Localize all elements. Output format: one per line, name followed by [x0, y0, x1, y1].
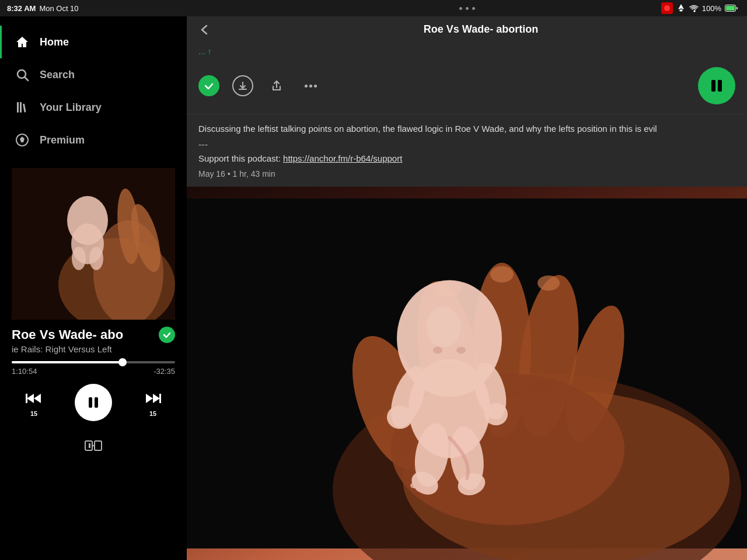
- search-icon: [14, 66, 30, 83]
- svg-rect-17: [26, 394, 27, 403]
- now-playing-subtitle-text: ie Rails: Right Versus Left: [12, 344, 175, 354]
- added-button[interactable]: [198, 75, 219, 96]
- svg-point-49: [484, 403, 508, 425]
- rewind-button[interactable]: 15: [19, 387, 49, 418]
- description-support: Support this podcast: https://anchor.fm/…: [198, 153, 735, 163]
- now-playing-title-text: Roe Vs Wade- abo: [12, 327, 123, 342]
- download-button[interactable]: [232, 75, 253, 96]
- svg-rect-25: [89, 443, 90, 448]
- airplane-icon: [676, 4, 686, 13]
- episode-title: Roe Vs Wade- abortion: [226, 23, 735, 36]
- svg-point-13: [72, 247, 86, 270]
- support-link[interactable]: https://anchor.fm/r-b64/support: [283, 153, 402, 163]
- svg-marker-20: [153, 394, 160, 403]
- now-playing-thumbnail[interactable]: [12, 168, 175, 320]
- svg-point-44: [456, 346, 466, 354]
- episode-image: [187, 187, 747, 561]
- episode-illustration: [187, 187, 747, 561]
- sidebar-item-premium[interactable]: Premium: [0, 124, 187, 156]
- forward-label: 15: [149, 410, 156, 417]
- svg-marker-15: [27, 394, 34, 403]
- svg-marker-16: [34, 394, 41, 403]
- progress-fill: [12, 361, 123, 363]
- svg-point-57: [426, 306, 461, 347]
- progress-container[interactable]: 1:10:54 -32:35: [0, 354, 187, 378]
- svg-point-14: [89, 247, 103, 270]
- dot-2: [466, 7, 469, 10]
- content-header: Roe Vs Wade- abortion: [187, 16, 747, 43]
- recording-indicator: [661, 2, 673, 14]
- library-icon: [14, 99, 30, 116]
- svg-point-43: [433, 346, 442, 354]
- top-dots: [459, 7, 475, 10]
- sidebar-item-library[interactable]: Your Library: [0, 91, 187, 124]
- now-playing-info: Roe Vs Wade- abo ie Rails: Right Versus …: [0, 327, 187, 354]
- breadcrumb: ... ↑: [198, 47, 212, 56]
- dot-1: [459, 7, 462, 10]
- main-pause-button-container: [698, 67, 735, 104]
- svg-rect-3: [20, 102, 22, 113]
- status-date: Mon Oct 10: [39, 4, 78, 13]
- sidebar-item-home[interactable]: Home: [0, 26, 187, 58]
- wifi-icon: [689, 4, 699, 13]
- current-time: 1:10:54: [12, 367, 37, 376]
- share-button[interactable]: [266, 75, 287, 96]
- battery-percent: 100%: [702, 4, 721, 13]
- svg-rect-27: [726, 6, 735, 10]
- main-status-bar: 100%: [187, 0, 747, 16]
- battery-icon: [725, 5, 738, 12]
- svg-rect-28: [711, 80, 715, 92]
- date-text: May 16: [198, 169, 225, 178]
- svg-rect-2: [17, 102, 19, 113]
- connect-device-button[interactable]: [0, 427, 187, 464]
- svg-point-40: [490, 266, 514, 282]
- status-time: 8:32 AM: [7, 4, 36, 13]
- svg-line-1: [25, 78, 29, 81]
- svg-point-56: [423, 488, 431, 494]
- rewind-label: 15: [30, 410, 37, 417]
- episode-date: May 16 • 1 hr, 43 min: [198, 169, 735, 178]
- play-pause-button[interactable]: [75, 384, 112, 421]
- back-button[interactable]: [198, 24, 217, 36]
- thumbnail-image: [12, 168, 175, 320]
- remaining-time: -32:35: [153, 367, 175, 376]
- sidebar-item-search[interactable]: Search: [0, 58, 187, 91]
- svg-rect-29: [718, 80, 722, 92]
- support-text: Support this podcast:: [198, 153, 281, 163]
- premium-label: Premium: [40, 134, 85, 146]
- progress-thumb: [118, 358, 127, 366]
- svg-rect-4: [23, 103, 26, 112]
- sidebar-nav: Home Search: [0, 16, 187, 161]
- main-content: 100% Roe Vs Wade- abortion: [187, 0, 747, 560]
- status-bar: 8:32 AM Mon Oct 10: [0, 0, 187, 16]
- svg-rect-19: [95, 397, 98, 408]
- svg-marker-21: [146, 394, 153, 403]
- svg-rect-22: [159, 394, 161, 403]
- progress-bar[interactable]: [12, 361, 175, 363]
- progress-times: 1:10:54 -32:35: [12, 367, 175, 376]
- episode-image-placeholder: [187, 187, 747, 561]
- description-main: Discussing the leftist talking points on…: [198, 123, 735, 136]
- downloaded-check-icon: [159, 327, 175, 343]
- duration-separator: •: [228, 169, 233, 178]
- battery-indicator: 100%: [661, 2, 738, 14]
- breadcrumb-area: ... ↑: [187, 43, 747, 60]
- svg-point-48: [387, 405, 413, 429]
- playback-controls: 15 15: [0, 378, 187, 427]
- forward-button[interactable]: 15: [138, 387, 168, 418]
- duration-text: 1 hr, 43 min: [233, 169, 275, 178]
- premium-icon: [14, 132, 30, 148]
- action-bar: [187, 60, 747, 114]
- description-separator: ---: [198, 139, 735, 150]
- more-options-button[interactable]: [300, 75, 321, 96]
- home-label: Home: [40, 36, 69, 48]
- library-label: Your Library: [40, 102, 102, 114]
- main-pause-button[interactable]: [698, 67, 735, 104]
- svg-rect-18: [89, 397, 92, 408]
- svg-point-41: [537, 275, 560, 290]
- svg-rect-24: [95, 441, 102, 450]
- episode-description: Discussing the leftist talking points on…: [187, 114, 747, 187]
- search-label: Search: [40, 69, 75, 81]
- home-icon: [14, 34, 30, 50]
- svg-point-55: [416, 486, 424, 492]
